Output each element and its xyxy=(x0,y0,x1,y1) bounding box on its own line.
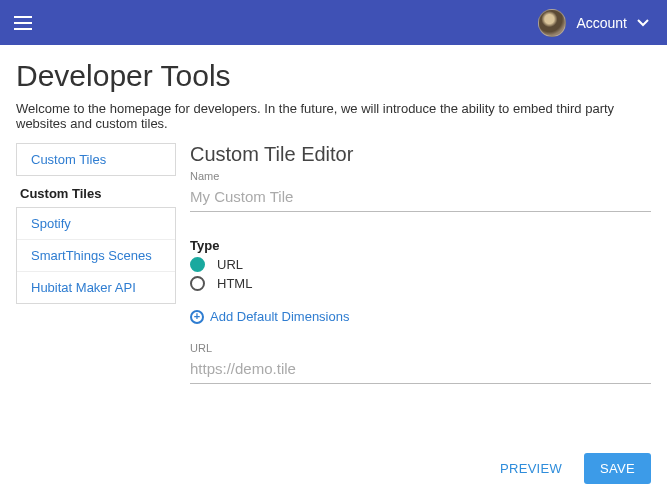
radio-selected-icon xyxy=(190,257,205,272)
page-title: Developer Tools xyxy=(16,59,651,93)
url-label: URL xyxy=(190,342,651,354)
avatar xyxy=(538,9,566,37)
type-option-url[interactable]: URL xyxy=(190,257,651,272)
sidebar-item-smartthings[interactable]: SmartThings Scenes xyxy=(17,240,175,272)
save-button[interactable]: SAVE xyxy=(584,453,651,484)
radio-unselected-icon xyxy=(190,276,205,291)
menu-icon[interactable] xyxy=(14,16,32,30)
plus-circle-icon: + xyxy=(190,310,204,324)
sidebar-item-hubitat[interactable]: Hubitat Maker API xyxy=(17,272,175,303)
sidebar-section-label: Custom Tiles xyxy=(16,176,176,207)
sidebar-list: Spotify SmartThings Scenes Hubitat Maker… xyxy=(16,207,176,304)
editor-title: Custom Tile Editor xyxy=(190,143,651,166)
add-default-dimensions-label: Add Default Dimensions xyxy=(210,309,349,324)
add-default-dimensions[interactable]: + Add Default Dimensions xyxy=(190,309,651,324)
sidebar-nav-custom-tiles[interactable]: Custom Tiles xyxy=(16,143,176,176)
account-menu[interactable]: Account xyxy=(538,9,649,37)
type-option-url-label: URL xyxy=(217,257,243,272)
page-intro: Welcome to the homepage for developers. … xyxy=(16,101,651,131)
account-label: Account xyxy=(576,15,627,31)
editor-panel: Custom Tile Editor Name Type URL HTML + … xyxy=(190,143,651,384)
name-label: Name xyxy=(190,170,651,182)
footer-actions: PREVIEW SAVE xyxy=(488,453,651,484)
sidebar: Custom Tiles Custom Tiles Spotify SmartT… xyxy=(16,143,176,384)
type-label: Type xyxy=(190,238,651,253)
top-bar: Account xyxy=(0,0,667,45)
type-option-html[interactable]: HTML xyxy=(190,276,651,291)
type-option-html-label: HTML xyxy=(217,276,252,291)
sidebar-item-spotify[interactable]: Spotify xyxy=(17,208,175,240)
url-input[interactable] xyxy=(190,354,651,384)
name-input[interactable] xyxy=(190,182,651,212)
preview-button[interactable]: PREVIEW xyxy=(488,453,574,484)
chevron-down-icon xyxy=(637,16,649,30)
page-body: Developer Tools Welcome to the homepage … xyxy=(0,45,667,384)
